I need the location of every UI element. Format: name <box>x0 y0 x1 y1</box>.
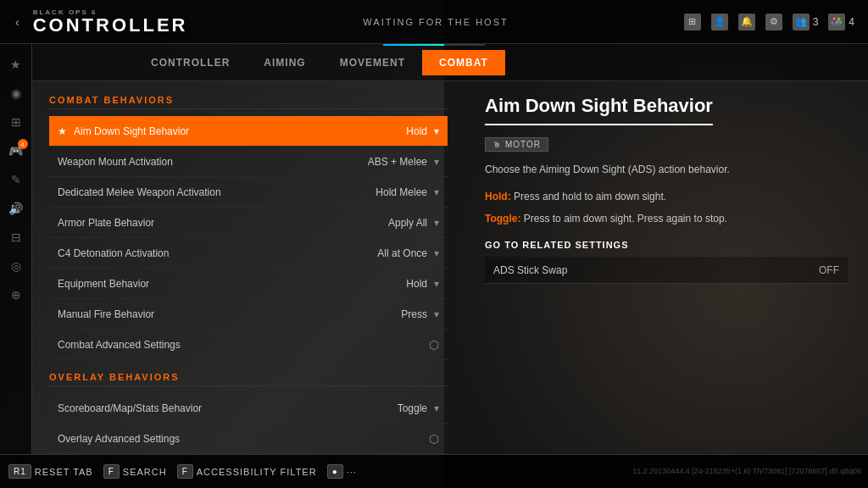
sidebar-badge: 4 <box>18 139 28 149</box>
related-value-ads-stick: OFF <box>819 264 839 276</box>
external-icon-combat: ⬡ <box>429 338 439 352</box>
reset-tab-key: R1 <box>8 464 31 479</box>
top-bar: ‹ BLACK OPS 6 CONTROLLER WAITING FOR THE… <box>0 0 868 44</box>
sidebar-icon-monitor[interactable]: ⊟ <box>4 225 28 249</box>
waiting-bar-fill <box>383 44 444 46</box>
back-button[interactable]: ‹ <box>8 12 26 32</box>
waiting-text: WAITING FOR THE HOST <box>363 17 508 27</box>
bell-icon[interactable]: 🔔 <box>738 14 755 30</box>
setting-value-armor: Apply All <box>388 217 427 229</box>
setting-name-manual-fire: Manual Fire Behavior <box>58 308 401 320</box>
related-settings-header: GO TO RELATED SETTINGS <box>485 240 848 250</box>
version-text: 11.2.20130444.4 [24-218235+(1.6) Th/7308… <box>632 454 861 488</box>
badge-group-1: 👥 3 <box>793 14 819 30</box>
tab-aiming[interactable]: AIMING <box>247 50 322 75</box>
setting-name-scoreboard: Scoreboard/Map/Stats Behavior <box>58 402 398 414</box>
chevron-equipment: ▾ <box>434 278 439 290</box>
reset-tab-button[interactable]: R1 RESET TAB <box>8 464 93 479</box>
setting-value-manual-fire: Press <box>401 308 427 320</box>
setting-row-scoreboard[interactable]: Scoreboard/Map/Stats Behavior Toggle ▾ <box>49 393 448 424</box>
detail-option-hold: Hold: Press and hold to aim down sight. <box>485 189 848 204</box>
search-button[interactable]: F SEARCH <box>103 464 167 479</box>
setting-row-armor[interactable]: Armor Plate Behavior Apply All ▾ <box>49 208 448 238</box>
detail-option-toggle: Toggle: Press to aim down sight. Press a… <box>485 211 848 226</box>
chevron-manual-fire: ▾ <box>434 308 439 320</box>
setting-value-c4: All at Once <box>377 247 427 259</box>
sidebar: ★ ◉ ⊞ 🎮 4 ✎ 🔊 ⊟ ◎ ⊕ <box>0 44 32 454</box>
setting-name-overlay-advanced: Overlay Advanced Settings <box>58 433 429 445</box>
accessibility-filter-button[interactable]: F ACCESSIBILITY FILTER <box>177 464 317 479</box>
tab-controller[interactable]: CONTROLLER <box>134 50 247 75</box>
accessibility-key: F <box>177 464 193 479</box>
waiting-bar <box>383 44 485 46</box>
star-icon-ads: ★ <box>58 125 67 137</box>
chevron-scoreboard: ▾ <box>434 402 439 414</box>
reset-tab-label: RESET TAB <box>35 467 93 477</box>
friends-icon[interactable]: 👫 <box>828 14 845 30</box>
main-content: COMBAT BEHAVIORS ★ Aim Down Sight Behavi… <box>32 81 868 454</box>
more-options-button[interactable]: ● ··· <box>327 464 357 479</box>
setting-name-weapon-mount: Weapon Mount Activation <box>58 156 368 168</box>
combat-behaviors-header: COMBAT BEHAVIORS <box>49 95 448 109</box>
setting-row-overlay-advanced[interactable]: Overlay Advanced Settings ⬡ <box>49 424 448 454</box>
related-name-ads-stick: ADS Stick Swap <box>493 264 819 276</box>
setting-value-ads: Hold <box>406 125 427 137</box>
setting-name-ads: Aim Down Sight Behavior <box>74 125 406 137</box>
setting-value-scoreboard: Toggle <box>398 402 427 414</box>
chevron-weapon-mount: ▾ <box>434 156 439 168</box>
setting-row-ads[interactable]: ★ Aim Down Sight Behavior Hold ▾ <box>49 116 448 147</box>
badge-icon: 🖱 <box>492 140 502 149</box>
setting-name-equipment: Equipment Behavior <box>58 278 406 290</box>
group-icon[interactable]: 👥 <box>793 14 810 30</box>
setting-value-equipment: Hold <box>406 278 427 290</box>
external-icon-overlay: ⬡ <box>429 432 439 446</box>
sidebar-icon-grid[interactable]: ⊞ <box>4 110 28 134</box>
detail-badge: 🖱 MOTOR <box>485 137 548 152</box>
overlay-behaviors-list: Scoreboard/Map/Stats Behavior Toggle ▾ O… <box>49 393 448 454</box>
top-bar-right: ⊞ 👤 🔔 ⚙ 👥 3 👫 4 <box>684 14 868 30</box>
right-panel: Aim Down Sight Behavior 🖱 MOTOR Choose t… <box>465 81 868 454</box>
tab-movement[interactable]: MOVEMENT <box>323 50 422 75</box>
person-icon[interactable]: 👤 <box>711 14 728 30</box>
badge-label: MOTOR <box>505 140 541 149</box>
sidebar-icon-star[interactable]: ★ <box>4 53 28 76</box>
badge-count-1: 3 <box>813 16 819 28</box>
badge-group-2: 👫 4 <box>828 14 854 30</box>
setting-row-weapon-mount[interactable]: Weapon Mount Activation ABS + Melee ▾ <box>49 147 448 177</box>
option-hold-desc: Press and hold to aim down sight. <box>514 191 666 202</box>
setting-row-manual-fire[interactable]: Manual Fire Behavior Press ▾ <box>49 299 448 330</box>
left-panel: COMBAT BEHAVIORS ★ Aim Down Sight Behavi… <box>32 81 465 454</box>
logo-bottom: CONTROLLER <box>33 16 188 35</box>
gear-icon[interactable]: ⚙ <box>765 14 782 30</box>
related-setting-ads-stick[interactable]: ADS Stick Swap OFF <box>485 257 848 284</box>
sidebar-icon-controller[interactable]: 🎮 4 <box>4 139 28 163</box>
setting-row-combat-advanced[interactable]: Combat Advanced Settings ⬡ <box>49 330 448 360</box>
combat-behaviors-list: ★ Aim Down Sight Behavior Hold ▾ Weapon … <box>49 116 448 360</box>
setting-row-melee-weapon[interactable]: Dedicated Melee Weapon Activation Hold M… <box>49 177 448 208</box>
top-bar-left: ‹ BLACK OPS 6 CONTROLLER <box>0 9 187 35</box>
setting-row-c4[interactable]: C4 Detonation Activation All at Once ▾ <box>49 238 448 269</box>
option-hold-label: Hold: <box>485 191 514 202</box>
sidebar-icon-circle[interactable]: ◉ <box>4 81 28 105</box>
overlay-behaviors-header: OVERLAY BEHAVIORS <box>49 372 448 386</box>
option-toggle-label: Toggle: <box>485 213 524 225</box>
nav-tabs: CONTROLLER AIMING MOVEMENT COMBAT <box>32 44 868 81</box>
option-toggle-desc: Press to aim down sight. Press again to … <box>524 213 727 225</box>
game-logo: BLACK OPS 6 CONTROLLER <box>33 9 188 35</box>
setting-name-armor: Armor Plate Behavior <box>58 217 388 229</box>
chevron-c4: ▾ <box>434 247 439 259</box>
tab-combat[interactable]: COMBAT <box>422 50 505 75</box>
setting-name-c4: C4 Detonation Activation <box>58 247 377 259</box>
chevron-melee-weapon: ▾ <box>434 186 439 198</box>
setting-name-combat-advanced: Combat Advanced Settings <box>58 339 429 351</box>
sidebar-icon-plus[interactable]: ⊕ <box>4 283 28 307</box>
sidebar-icon-edit[interactable]: ✎ <box>4 168 28 191</box>
badge-count-2: 4 <box>849 16 854 28</box>
setting-name-melee-weapon: Dedicated Melee Weapon Activation <box>58 186 376 198</box>
setting-row-equipment[interactable]: Equipment Behavior Hold ▾ <box>49 269 448 299</box>
sidebar-icon-target[interactable]: ◎ <box>4 254 28 278</box>
grid-icon[interactable]: ⊞ <box>684 14 701 30</box>
setting-value-weapon-mount: ABS + Melee <box>368 156 427 168</box>
more-label: ··· <box>347 467 357 477</box>
sidebar-icon-sound[interactable]: 🔊 <box>4 197 28 220</box>
